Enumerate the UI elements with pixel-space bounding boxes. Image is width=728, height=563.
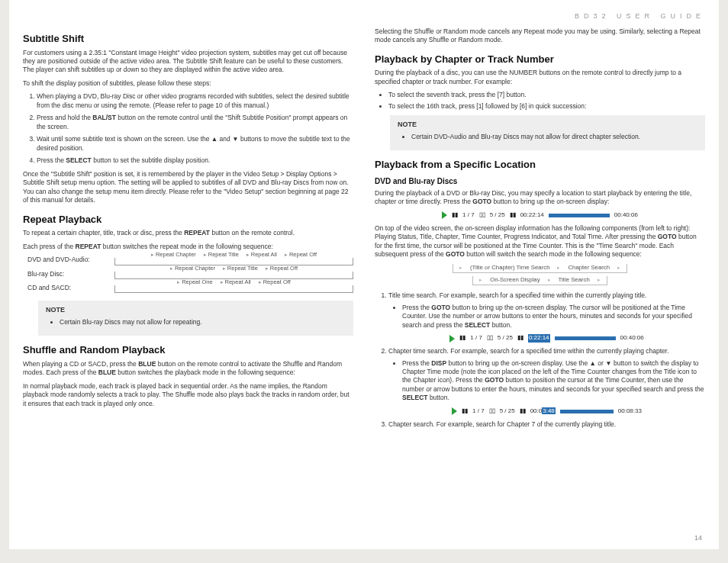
right-column: Selecting the Shuffle or Random mode can… — [375, 24, 705, 433]
osd-display-2: ▮▮ 1 / 7 ▯▯ 5 / 25 ▮▮ 0:22:14 00:40:06 — [388, 334, 705, 343]
heading-shuffle: Shuffle and Random Playback — [23, 343, 353, 357]
step: Press the SELECT button to set the subti… — [37, 156, 353, 165]
progress-bar — [560, 410, 614, 413]
play-icon — [449, 335, 455, 343]
note-label: NOTE — [398, 120, 697, 129]
note-label: NOTE — [46, 305, 346, 314]
title-icon: ▮▮ — [459, 334, 465, 343]
progress-bar — [555, 336, 616, 340]
title-icon: ▮▮ — [452, 211, 458, 220]
step: When playing a DVD, Blu-ray Disc or othe… — [37, 92, 353, 110]
seq-label: Blu-ray Disc: — [27, 270, 111, 279]
substep: Press the GOTO button to bring up the on… — [402, 304, 705, 330]
note-text: Certain DVD-Audio and Blu-ray Discs may … — [411, 133, 697, 141]
play-icon — [452, 407, 457, 415]
heading-repeat: Repeat Playback — [23, 213, 353, 227]
seq-label: CD and SACD: — [27, 284, 111, 293]
step: Chapter time search. For example, search… — [388, 347, 705, 416]
steps-list: When playing a DVD, Blu-ray Disc or othe… — [37, 92, 353, 165]
substep: Press the DISP button to bring up the on… — [402, 359, 705, 403]
para: Each press of the REPEAT button switches… — [23, 243, 353, 251]
para: To shift the display position of subtitl… — [23, 79, 353, 88]
note-box: NOTE Certain Blu-ray Discs may not allow… — [38, 301, 353, 336]
doc-header: BD32 USER GUIDE — [23, 12, 705, 20]
osd-display-1: ▮▮ 1 / 7 ▯▯ 5 / 25 ▮▮ 00:22:14 00:40:06 — [375, 211, 705, 220]
para: Once the "Subtitle Shift" position is se… — [23, 170, 353, 205]
para: For customers using a 2.35:1 "Constant I… — [23, 49, 353, 75]
osd-display-3: ▮▮ 1 / 7 ▯▯ 5 / 25 ▮▮ 00:03:48 00:08:33 — [388, 407, 705, 416]
two-column-layout: Subtitle Shift For customers using a 2.3… — [23, 24, 705, 433]
list-item: To select the 16th track, press [1] foll… — [388, 102, 705, 111]
chapter-icon: ▯▯ — [479, 211, 485, 220]
repeat-sequence-diagram: DVD and DVD-Audio: Repeat Chapter Repeat… — [50, 256, 353, 293]
para: In normal playback mode, each track is p… — [23, 382, 353, 408]
progress-bar — [549, 214, 610, 217]
para: During the playback of a DVD or Blu-ray … — [375, 189, 705, 207]
list-item: To select the seventh track, press the [… — [388, 91, 705, 99]
search-mode-flow: (Title or Chapter) Time Search Chapter S… — [375, 264, 705, 286]
para: Selecting the Shuffle or Random mode can… — [375, 27, 705, 45]
heading-chapter-playback: Playback by Chapter or Track Number — [375, 53, 705, 66]
chapter-icon: ▯▯ — [487, 334, 493, 343]
note-text: Certain Blu-ray Discs may not allow for … — [60, 318, 346, 327]
heading-specific-location: Playback from a Specific Location — [375, 158, 705, 172]
seq-label: DVD and DVD-Audio: — [27, 256, 111, 265]
left-column: Subtitle Shift For customers using a 2.3… — [23, 24, 353, 433]
heading-subtitle-shift: Subtitle Shift — [23, 32, 353, 46]
title-icon: ▮▮ — [462, 407, 468, 416]
play-icon — [442, 211, 447, 219]
note-box: NOTE Certain DVD-Audio and Blu-ray Discs… — [390, 115, 705, 150]
example-list: To select the seventh track, press the [… — [388, 91, 705, 111]
time-icon: ▮▮ — [517, 334, 523, 343]
subheading-dvd-bluray: DVD and Blu-ray Discs — [375, 176, 705, 187]
time-icon: ▮▮ — [520, 407, 526, 416]
time-icon: ▮▮ — [510, 211, 516, 220]
chapter-icon: ▯▯ — [489, 407, 495, 416]
step: Title time search. For example, search f… — [388, 291, 705, 343]
para: To repeat a certain chapter, title, trac… — [23, 229, 353, 237]
page-number: 14 — [694, 534, 702, 542]
step: Chapter search. For example, search for … — [388, 420, 705, 429]
para: On top of the video screen, the on-scree… — [375, 224, 705, 259]
step: Press and hold the BAL/ST button on the … — [37, 114, 353, 131]
para: When playing a CD or SACD, press the BLU… — [23, 360, 353, 378]
step: Wait until some subtitle text is shown o… — [37, 135, 353, 153]
search-steps: Title time search. For example, search f… — [388, 291, 705, 429]
page: BD32 USER GUIDE Subtitle Shift For custo… — [9, 0, 719, 549]
para: During the playback of a disc, you can u… — [375, 69, 705, 86]
